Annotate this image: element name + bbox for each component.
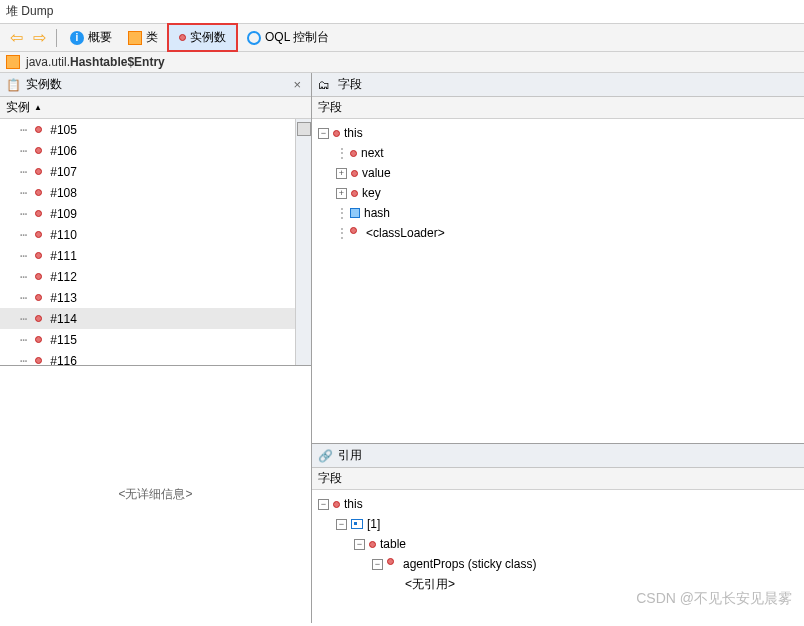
left-column: 📋 实例数 × 实例 ▲ ⋯#105⋯#106⋯#107⋯#108⋯#109⋯#…	[0, 73, 312, 623]
ref-label: agentProps (sticky class)	[403, 557, 536, 571]
tree-line: ⋮	[336, 206, 346, 220]
info-icon: i	[70, 31, 84, 45]
ref-this[interactable]: − this	[318, 494, 798, 514]
refs-tree[interactable]: − this − [1] − table − agentProp	[312, 490, 804, 623]
expander-icon[interactable]: −	[318, 499, 329, 510]
tree-line: ⋮	[336, 146, 346, 160]
expander-icon[interactable]: −	[372, 559, 383, 570]
field-key[interactable]: + key	[318, 183, 798, 203]
instances-button[interactable]: 实例数	[167, 23, 238, 52]
instance-dot-icon	[333, 501, 340, 508]
nav-forward-icon[interactable]: ⇨	[29, 28, 50, 47]
field-this[interactable]: − this	[318, 123, 798, 143]
instance-row[interactable]: ⋯#112	[0, 266, 311, 287]
expander-icon[interactable]: −	[318, 128, 329, 139]
instance-row[interactable]: ⋯#107	[0, 161, 311, 182]
instance-row[interactable]: ⋯#105	[0, 119, 311, 140]
field-hash[interactable]: ⋮ hash	[318, 203, 798, 223]
instance-label: #114	[50, 312, 77, 326]
tree-line: ⋯	[20, 354, 27, 366]
ref-label: this	[344, 497, 363, 511]
expander-icon[interactable]: +	[336, 168, 347, 179]
tree-line: ⋯	[20, 228, 27, 242]
nav-back-icon[interactable]: ⇦	[6, 28, 27, 47]
gutter-toggle-icon[interactable]	[297, 122, 311, 136]
field-label: this	[344, 126, 363, 140]
spacer	[390, 579, 401, 590]
ref-array[interactable]: − [1]	[318, 514, 798, 534]
instance-dot-icon	[35, 231, 42, 238]
instance-dot-icon	[333, 130, 340, 137]
tree-line: ⋮	[336, 226, 346, 240]
field-label: value	[362, 166, 391, 180]
refs-pane-title: 引用	[338, 447, 362, 464]
classes-button[interactable]: 类	[121, 25, 165, 50]
instance-label: #109	[50, 207, 77, 221]
ref-table[interactable]: − table	[318, 534, 798, 554]
instances-list[interactable]: ⋯#105⋯#106⋯#107⋯#108⋯#109⋯#110⋯#111⋯#112…	[0, 119, 311, 365]
instance-label: #106	[50, 144, 77, 158]
fields-pane-title: 字段	[338, 76, 362, 93]
refs-col-header[interactable]: 字段	[312, 468, 804, 490]
instance-label: #112	[50, 270, 77, 284]
fields-col-label: 字段	[318, 99, 342, 116]
summary-label: 概要	[88, 29, 112, 46]
right-gutter	[295, 119, 311, 365]
right-column: 🗂 字段 字段 − this ⋮ next + value +	[312, 73, 804, 623]
instance-dot-icon	[369, 541, 376, 548]
oql-icon	[247, 31, 261, 45]
field-next[interactable]: ⋮ next	[318, 143, 798, 163]
instance-dot-icon	[35, 357, 42, 364]
ref-agentprops[interactable]: − agentProps (sticky class)	[318, 554, 798, 574]
instance-dot-icon	[35, 273, 42, 280]
expander-icon[interactable]: +	[336, 188, 347, 199]
instance-label: #113	[50, 291, 77, 305]
instance-dot-icon	[35, 126, 42, 133]
instance-dot-icon	[35, 168, 42, 175]
tree-line: ⋯	[20, 144, 27, 158]
expander-icon[interactable]: −	[354, 539, 365, 550]
field-value[interactable]: + value	[318, 163, 798, 183]
instance-dot-icon	[35, 294, 42, 301]
classes-label: 类	[146, 29, 158, 46]
tree-line: ⋯	[20, 123, 27, 137]
field-classloader[interactable]: ⋮ <classLoader>	[318, 223, 798, 243]
instance-row[interactable]: ⋯#110	[0, 224, 311, 245]
tree-line: ⋯	[20, 165, 27, 179]
instance-dot-icon	[351, 170, 358, 177]
instances-col-header[interactable]: 实例 ▲	[0, 97, 311, 119]
instance-row[interactable]: ⋯#115	[0, 329, 311, 350]
tree-line: ⋯	[20, 270, 27, 284]
ref-label: [1]	[367, 517, 380, 531]
main-toolbar: ⇦ ⇨ i 概要 类 实例数 OQL 控制台	[0, 24, 804, 52]
ref-label: table	[380, 537, 406, 551]
summary-button[interactable]: i 概要	[63, 25, 119, 50]
expander-icon[interactable]: −	[336, 519, 347, 530]
ref-label: <无引用>	[405, 576, 455, 593]
instance-row[interactable]: ⋯#108	[0, 182, 311, 203]
instance-label: #111	[50, 249, 77, 263]
instance-row[interactable]: ⋯#111	[0, 245, 311, 266]
class-icon	[6, 55, 20, 69]
instances-pane-header: 📋 实例数 ×	[0, 73, 311, 97]
instance-dot-icon	[35, 210, 42, 217]
close-icon[interactable]: ×	[289, 77, 305, 92]
instance-row[interactable]: ⋯#116	[0, 350, 311, 365]
instance-label: #108	[50, 186, 77, 200]
instance-dot-icon	[35, 336, 42, 343]
oql-button[interactable]: OQL 控制台	[240, 25, 336, 50]
detail-pane: <无详细信息>	[0, 365, 311, 623]
instance-row[interactable]: ⋯#109	[0, 203, 311, 224]
fields-tree[interactable]: − this ⋮ next + value + key ⋮	[312, 119, 804, 443]
ref-noref[interactable]: <无引用>	[318, 574, 798, 594]
instance-row[interactable]: ⋯#114	[0, 308, 311, 329]
instance-dot-icon	[351, 190, 358, 197]
tree-line: ⋯	[20, 333, 27, 347]
instance-row[interactable]: ⋯#106	[0, 140, 311, 161]
instance-label: #115	[50, 333, 77, 347]
instance-dot-icon	[35, 315, 42, 322]
fields-col-header[interactable]: 字段	[312, 97, 804, 119]
instance-dot-icon	[35, 252, 42, 259]
instance-row[interactable]: ⋯#113	[0, 287, 311, 308]
field-label: key	[362, 186, 381, 200]
